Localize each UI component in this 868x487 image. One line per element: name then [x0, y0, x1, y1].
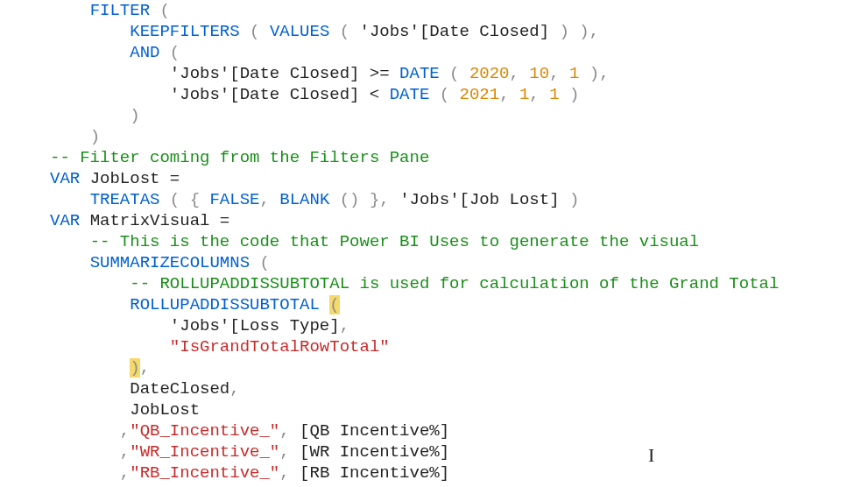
dax-code-block: FILTER ( KEEPFILTERS ( VALUES ( 'Jobs'[D…: [0, 0, 868, 487]
